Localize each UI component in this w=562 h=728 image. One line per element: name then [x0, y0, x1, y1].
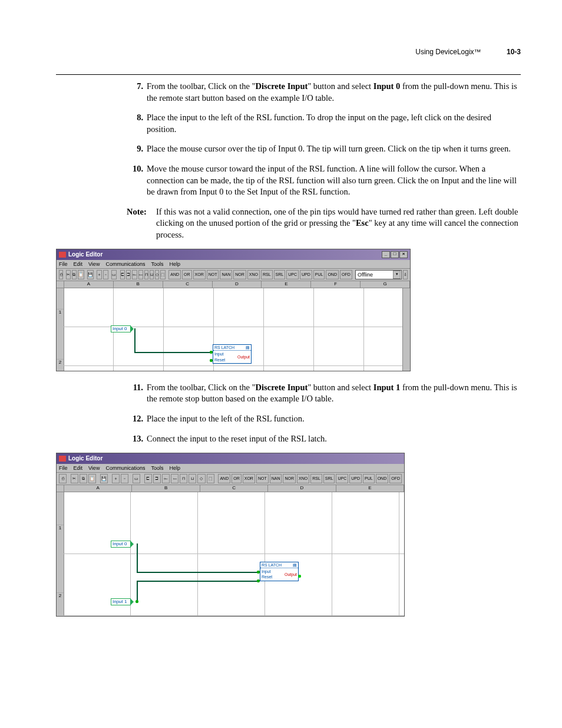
menu-file[interactable]: File [59, 465, 68, 472]
canvas[interactable]: Input 0 Input 1 RS LATCH▤ Input Reset [64, 492, 404, 616]
block-menu-icon[interactable]: ▤ [246, 345, 250, 350]
step-text: Connect the input to the reset input of … [147, 433, 521, 445]
canvas[interactable]: Input 0 RS LATCH▤ Input Reset Output [64, 288, 410, 371]
page-button[interactable]: ▭ [133, 474, 140, 483]
menu-communications[interactable]: Communications [105, 261, 145, 268]
gate-nor[interactable]: NOR [283, 474, 296, 483]
col-b: B [132, 485, 200, 492]
io-button[interactable]: ⊓ [180, 474, 187, 483]
discrete-input-button[interactable]: ⊏ [120, 270, 125, 279]
rs-latch-block[interactable]: RS LATCH▤ Input Reset Output [213, 344, 252, 364]
gate-xor[interactable]: XOR [193, 270, 206, 279]
gate-upd[interactable]: UPD [349, 474, 362, 483]
gate-nor[interactable]: NOR [233, 270, 246, 279]
gate-pul[interactable]: PUL [363, 474, 375, 483]
gate-nan[interactable]: NAN [220, 270, 232, 279]
menu-tools[interactable]: Tools [151, 261, 163, 268]
analog-input-button[interactable]: ⟜ [132, 270, 137, 279]
gate-ofd[interactable]: OFD [389, 474, 402, 483]
discrete-input-button[interactable]: ⊏ [144, 474, 152, 483]
io-button-2[interactable]: ⊔ [189, 474, 196, 483]
gate-not[interactable]: NOT [256, 474, 269, 483]
input0-node[interactable]: Input 0 [111, 325, 131, 332]
input0-node[interactable]: Input 0 [111, 541, 131, 548]
net-button[interactable]: ⬚ [160, 270, 166, 279]
column-header: A B C D E [57, 485, 404, 492]
analog-input-button[interactable]: ⟜ [162, 474, 170, 483]
menu-view[interactable]: View [88, 465, 100, 472]
analog-output-button[interactable]: ⟝ [171, 474, 178, 483]
zoom-out-button[interactable]: － [121, 474, 128, 483]
grid-canvas[interactable]: 1 2 Input 0 RS LATCH▤ Input Reset Outp [57, 288, 410, 371]
col-e: E [336, 485, 404, 492]
io-button[interactable]: ⊓ [144, 270, 148, 279]
gate-xno[interactable]: XNO [297, 474, 309, 483]
zoom-out-button[interactable]: － [103, 270, 108, 279]
param-button[interactable]: ◇ [155, 270, 159, 279]
cut-button[interactable]: ✂ [71, 474, 78, 483]
gate-xor[interactable]: XOR [243, 474, 255, 483]
grid-canvas[interactable]: 1 2 Input 0 Input 1 RS LATCH▤ [57, 492, 404, 616]
save-button[interactable]: 💾 [100, 474, 108, 483]
gate-or[interactable]: OR [232, 474, 242, 483]
gate-and[interactable]: AND [218, 474, 230, 483]
gate-or[interactable]: OR [182, 270, 192, 279]
gate-pul[interactable]: PUL [313, 270, 325, 279]
discrete-output-button[interactable]: ⊐ [126, 270, 131, 279]
gate-rsl[interactable]: RSL [261, 270, 273, 279]
input1-node[interactable]: Input 1 [111, 598, 131, 605]
status-combo[interactable]: Offline [355, 270, 402, 279]
gate-ofd[interactable]: OFD [340, 270, 352, 279]
zoom-in-button[interactable]: ＋ [97, 270, 102, 279]
print-button[interactable]: ⎙ [59, 474, 67, 483]
gate-ond[interactable]: OND [376, 474, 389, 483]
gate-rsl[interactable]: RSL [310, 474, 322, 483]
menu-edit[interactable]: Edit [74, 261, 83, 268]
save-button[interactable]: 💾 [87, 270, 94, 279]
step-text: From the toolbar, Click on the "Discrete… [147, 382, 521, 405]
menu-file[interactable]: File [59, 261, 68, 268]
gate-upc[interactable]: UPC [286, 270, 299, 279]
rs-latch-block[interactable]: RS LATCH▤ Input Reset Output [260, 562, 299, 581]
menu-communications[interactable]: Communications [105, 465, 145, 472]
gate-upc[interactable]: UPC [336, 474, 348, 483]
zoom-in-button[interactable]: ＋ [112, 474, 120, 483]
gate-upd[interactable]: UPD [300, 270, 312, 279]
menu-help[interactable]: Help [169, 465, 180, 472]
paste-button[interactable]: 📋 [88, 474, 96, 483]
copy-button[interactable]: ⧉ [80, 474, 87, 483]
scrollbar-vertical[interactable] [402, 288, 410, 371]
menu-tools[interactable]: Tools [151, 465, 163, 472]
net-button[interactable]: ⬚ [207, 474, 214, 483]
row-1: 1 [57, 525, 64, 532]
app-icon [59, 456, 66, 462]
analog-output-button[interactable]: ⟝ [138, 270, 143, 279]
menu-view[interactable]: View [88, 261, 100, 268]
menu-edit[interactable]: Edit [74, 465, 83, 472]
gate-srl[interactable]: SRL [274, 270, 286, 279]
cut-button[interactable]: ✂ [66, 270, 71, 279]
io-button-2[interactable]: ⊔ [150, 270, 154, 279]
pin-output [298, 575, 301, 578]
wire [137, 581, 138, 602]
minimize-button[interactable]: _ [382, 251, 390, 258]
paste-button[interactable]: 📋 [78, 270, 84, 279]
copy-button[interactable]: ⧉ [72, 270, 76, 279]
maximize-button[interactable]: □ [391, 251, 399, 258]
gate-ond[interactable]: OND [326, 270, 339, 279]
page-button[interactable]: ▭ [111, 270, 117, 279]
print-button[interactable]: ⎙ [59, 270, 63, 279]
param-button[interactable]: ◇ [197, 474, 205, 483]
step-number: 7. [127, 81, 147, 104]
gate-not[interactable]: NOT [207, 270, 219, 279]
gate-and[interactable]: AND [168, 270, 181, 279]
gate-xno[interactable]: XNO [247, 270, 260, 279]
gate-nan[interactable]: NAN [270, 474, 282, 483]
step-9: 9. Place the mouse cursor over the tip o… [127, 143, 521, 155]
menu-help[interactable]: Help [169, 261, 180, 268]
block-menu-icon[interactable]: ▤ [293, 562, 297, 568]
gate-srl[interactable]: SRL [323, 474, 335, 483]
download-button[interactable]: ⇩ [403, 270, 408, 279]
discrete-output-button[interactable]: ⊐ [153, 474, 161, 483]
close-button[interactable]: × [399, 251, 408, 258]
